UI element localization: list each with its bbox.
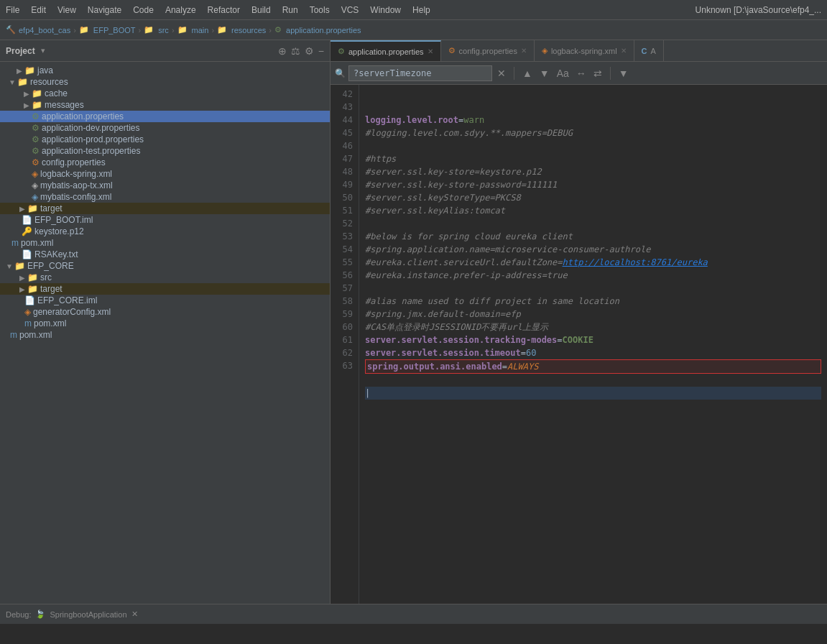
springboot-app-name[interactable]: SpringbootApplication [50,610,126,619]
tab-application-properties[interactable]: ⚙ application.properties ✕ [331,40,441,62]
tab-label-config: config.properties [459,47,517,55]
search-clear-btn[interactable]: ✕ [495,68,508,79]
search-input[interactable] [348,65,492,81]
tree-item-efpcore[interactable]: ▼ 📁 EFP_CORE [0,260,330,272]
line-num-45: 45 [336,126,353,139]
file-icon-rsakey: 📄 [22,249,32,259]
tree-item-messages[interactable]: ▶ 📁 messages [0,99,330,111]
search-down-btn[interactable]: ▼ [537,68,552,79]
menu-vcs[interactable]: VCS [341,5,359,15]
breadcrumb-resources[interactable]: resources [231,26,266,34]
menu-code[interactable]: Code [133,5,154,15]
file-icon-config: ⚙ [32,157,40,167]
file-icon-app-properties: ⚙ [32,111,40,121]
tree-item-pom3[interactable]: m pom.xml [0,329,330,341]
line-num-60: 60 [336,321,353,334]
tree-item-cache[interactable]: ▶ 📁 cache [0,88,330,99]
menu-run[interactable]: Run [282,5,298,15]
breadcrumb-src[interactable]: src [158,26,169,34]
tab-label-app-properties: application.properties [348,47,424,56]
line-num-47: 47 [336,152,353,165]
line-52: #below is for spring cloud eureka client [365,231,573,242]
file-icon-app-dev: ⚙ [32,123,40,133]
folder-icon-efpcore: 📁 [14,261,25,271]
tab-close-logback[interactable]: ✕ [621,47,627,55]
line-62: spring.output.ansi.enabled=ALWAYS [365,359,821,374]
menu-help[interactable]: Help [412,5,430,15]
menu-build[interactable]: Build [251,5,271,15]
tree-label-mybatis-config: mybatis-config.xml [40,192,111,202]
line-42 [365,102,370,112]
collapse-arrow-efpcore: ▼ [4,262,14,270]
tree-item-application-prod[interactable]: ⚙ application-prod.properties [0,134,330,145]
file-icon-generator: ◈ [24,307,31,317]
tree-item-application-dev[interactable]: ⚙ application-dev.properties [0,122,330,134]
tab-letter[interactable]: C A [634,40,664,62]
tab-logback[interactable]: ◈ logback-spring.xml ✕ [535,40,634,62]
menu-analyze[interactable]: Analyze [165,5,196,15]
tree-item-config[interactable]: ⚙ config.properties [0,157,330,168]
search-replace-all-btn[interactable]: ⇄ [591,68,604,79]
tree-item-target[interactable]: ▶ 📁 target [0,203,330,214]
tree-item-application-test[interactable]: ⚙ application-test.properties [0,145,330,157]
debug-close-icon[interactable]: ✕ [131,610,138,619]
line-49: #server.ssl.keyStoreType=PKCS8 [365,193,521,203]
line-numbers: 42 43 44 45 46 47 48 49 50 51 52 53 54 5… [331,85,359,604]
tree-item-pom1[interactable]: m pom.xml [0,237,330,249]
tree-item-mybatis-aop[interactable]: ◈ mybatis-aop-tx.xml [0,180,330,191]
filter-icon[interactable]: ⚖ [291,45,300,57]
folder-icon-1: 📁 [79,25,89,34]
search-divider [514,67,514,80]
line-59: #CAS单点登录时JSESSIONID不要再url上显示 [365,322,548,332]
line-60: server.servlet.session.tracking-modes=CO… [365,335,593,345]
breadcrumb-module[interactable]: EFP_BOOT [93,26,136,34]
tab-config-properties[interactable]: ⚙ config.properties ✕ [441,40,535,62]
tree-label-pom2: pom.xml [34,318,66,328]
tree-item-resources[interactable]: ▼ 📁 resources [0,76,330,88]
tree-item-logback[interactable]: ◈ logback-spring.xml [0,168,330,180]
menu-view[interactable]: View [57,5,76,15]
search-filter-btn[interactable]: ▼ [616,68,631,79]
tab-icon-logback: ◈ [542,46,548,55]
minimize-icon[interactable]: − [318,45,324,57]
menu-refactor[interactable]: Refactor [208,5,240,15]
tree-item-efpcore-iml[interactable]: 📄 EFP_CORE.iml [0,295,330,306]
tree-item-efpboot-iml[interactable]: 📄 EFP_BOOT.iml [0,214,330,226]
tree-label-pom3: pom.xml [19,330,52,340]
tab-bar: ⚙ application.properties ✕ ⚙ config.prop… [331,40,827,62]
file-icon-iml2: 📄 [24,295,35,305]
sidebar-header: Project ▾ ⊕ ⚖ ⚙ − [0,40,330,62]
tree-item-java[interactable]: ▶ 📁 java [0,65,330,76]
search-bar: 🔍 ✕ ▲ ▼ Aa ↔ ⇄ ▼ [331,62,827,85]
add-content-icon[interactable]: ⊕ [278,45,287,57]
search-up-btn[interactable]: ▲ [520,68,535,79]
tree-item-target2[interactable]: ▶ 📁 target [0,283,330,295]
tree-item-src[interactable]: ▶ 📁 src [0,272,330,283]
line-num-42: 42 [336,88,353,101]
tree-item-generator-config[interactable]: ◈ generatorConfig.xml [0,306,330,318]
tree-item-rsakey[interactable]: 📄 RSAKey.txt [0,249,330,260]
tab-close-app-properties[interactable]: ✕ [428,47,433,55]
menu-window[interactable]: Window [370,5,401,15]
settings-icon[interactable]: ⚙ [305,45,314,57]
tree-item-pom2[interactable]: m pom.xml [0,318,330,329]
code-text[interactable]: logging.level.root=warn #logging.level.c… [359,85,827,604]
tree-item-mybatis-config[interactable]: ◈ mybatis-config.xml [0,191,330,203]
code-editor[interactable]: 42 43 44 45 46 47 48 49 50 51 52 53 54 5… [331,85,827,604]
menu-file[interactable]: File [6,5,19,15]
search-match-case-btn[interactable]: Aa [555,68,571,79]
breadcrumb-project[interactable]: efp4_boot_cas [19,26,70,34]
tree-label-logback: logback-spring.xml [40,169,112,179]
breadcrumb-main[interactable]: main [192,26,209,34]
tree-item-keystore[interactable]: 🔑 keystore.p12 [0,226,330,237]
search-icon: 🔍 [335,68,346,78]
search-replace-btn[interactable]: ↔ [574,68,588,79]
tab-close-config[interactable]: ✕ [521,47,527,55]
line-num-49: 49 [336,178,353,191]
menu-edit[interactable]: Edit [31,5,46,15]
tree-item-application-properties[interactable]: ⚙ application.properties [0,111,330,122]
sidebar-dropdown-icon[interactable]: ▾ [41,46,45,55]
menu-navigate[interactable]: Navigate [88,5,121,15]
menu-tools[interactable]: Tools [310,5,330,15]
breadcrumb-file[interactable]: application.properties [286,26,361,34]
